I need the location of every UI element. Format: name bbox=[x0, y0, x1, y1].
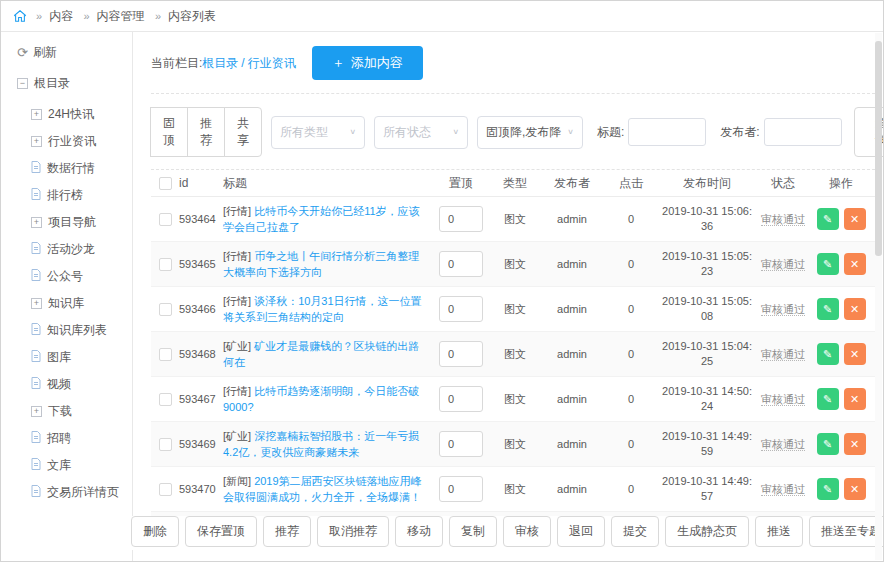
content-title-link[interactable]: 矿业才是最赚钱的？区块链的出路何在 bbox=[223, 340, 419, 368]
top-order-input[interactable] bbox=[439, 296, 483, 322]
bulk-action-button[interactable]: 生成静态页 bbox=[665, 516, 749, 547]
top-order-input[interactable] bbox=[439, 386, 483, 412]
tree-node[interactable]: 知识库列表 bbox=[17, 317, 132, 344]
delete-button[interactable]: ✕ bbox=[844, 208, 866, 230]
expand-icon[interactable]: + bbox=[31, 298, 42, 309]
tree-node[interactable]: 文库 bbox=[17, 452, 132, 479]
row-checkbox[interactable] bbox=[159, 438, 172, 451]
edit-button[interactable]: ✎ bbox=[817, 253, 839, 275]
breadcrumb-item[interactable]: 内容管理 bbox=[97, 9, 145, 23]
content-title-link[interactable]: 2019第二届西安区块链落地应用峰会取得圆满成功，火力全开，全场爆满！ bbox=[223, 475, 422, 503]
tree-node[interactable]: + 项目导航 bbox=[17, 209, 132, 236]
bulk-action-button[interactable]: 推荐 bbox=[263, 516, 311, 547]
top-order-input[interactable] bbox=[439, 431, 483, 457]
tree-node[interactable]: 活动沙龙 bbox=[17, 236, 132, 263]
tree-node[interactable]: + 下载 bbox=[17, 398, 132, 425]
top-order-input[interactable] bbox=[439, 341, 483, 367]
bulk-action-button[interactable]: 提交 bbox=[611, 516, 659, 547]
bulk-action-button[interactable]: 删除 bbox=[131, 516, 179, 547]
path-link-root[interactable]: 根目录 bbox=[202, 55, 238, 72]
delete-button[interactable]: ✕ bbox=[844, 298, 866, 320]
top-order-input[interactable] bbox=[439, 476, 483, 502]
pencil-icon: ✎ bbox=[823, 348, 832, 360]
tree-node[interactable]: 交易所详情页 bbox=[17, 479, 132, 506]
row-id: 593465 bbox=[179, 258, 223, 270]
content-title-link[interactable]: 比特币今天开始你已经11岁，应该学会自己拉盘了 bbox=[223, 205, 420, 233]
refresh-button[interactable]: ⟳ 刷新 bbox=[17, 44, 132, 61]
content-title-link[interactable]: 深挖嘉楠耘智招股书：近一年亏损4.2亿，更改供应商豪赌未来 bbox=[223, 430, 419, 458]
publisher-filter-input[interactable] bbox=[764, 118, 842, 146]
tree-node-label: 项目导航 bbox=[48, 214, 96, 231]
filter-toggle-button[interactable]: 推荐 bbox=[187, 107, 225, 157]
document-icon bbox=[31, 242, 41, 257]
edit-button[interactable]: ✎ bbox=[817, 343, 839, 365]
tree-node-label: 排行榜 bbox=[47, 187, 83, 204]
tree-node[interactable]: + 行业资讯 bbox=[17, 128, 132, 155]
expand-icon[interactable]: + bbox=[31, 109, 42, 120]
edit-button[interactable]: ✎ bbox=[817, 388, 839, 410]
tree-node-label: 行业资讯 bbox=[48, 133, 96, 150]
expand-icon[interactable]: + bbox=[31, 136, 42, 147]
delete-button[interactable]: ✕ bbox=[844, 388, 866, 410]
select-all-checkbox[interactable] bbox=[159, 177, 172, 190]
filter-select[interactable]: 所有类型 ∨ bbox=[271, 116, 365, 149]
pencil-icon: ✎ bbox=[823, 303, 832, 315]
delete-button[interactable]: ✕ bbox=[844, 343, 866, 365]
edit-button[interactable]: ✎ bbox=[817, 298, 839, 320]
path-link-category[interactable]: 行业资讯 bbox=[248, 55, 296, 72]
top-order-input[interactable] bbox=[439, 206, 483, 232]
delete-button[interactable]: ✕ bbox=[844, 478, 866, 500]
tree-node[interactable]: 图库 bbox=[17, 344, 132, 371]
edit-button[interactable]: ✎ bbox=[817, 478, 839, 500]
title-filter-input[interactable] bbox=[628, 118, 706, 146]
delete-button[interactable]: ✕ bbox=[844, 433, 866, 455]
row-checkbox[interactable] bbox=[159, 258, 172, 271]
table-row: 593464 [行情]比特币今天开始你已经11岁，应该学会自己拉盘了 图文 ad… bbox=[151, 197, 875, 242]
row-checkbox[interactable] bbox=[159, 393, 172, 406]
row-checkbox[interactable] bbox=[159, 303, 172, 316]
bulk-action-button[interactable]: 推送至专题 bbox=[809, 516, 884, 547]
table-row: 593466 [行情]谈泽秋：10月31日行情，这一位置将关系到三角结构的定向 … bbox=[151, 287, 875, 332]
home-icon[interactable] bbox=[13, 9, 27, 23]
tree-node-root[interactable]: − 根目录 bbox=[17, 75, 132, 92]
bulk-action-button[interactable]: 审核 bbox=[503, 516, 551, 547]
tree-node[interactable]: 视频 bbox=[17, 371, 132, 398]
breadcrumb-item[interactable]: 内容 bbox=[49, 9, 73, 23]
filter-select[interactable]: 固顶降,发布降 ∨ bbox=[477, 116, 583, 149]
edit-button[interactable]: ✎ bbox=[817, 433, 839, 455]
row-checkbox[interactable] bbox=[159, 483, 172, 496]
tree-node[interactable]: 数据行情 bbox=[17, 155, 132, 182]
tree-node[interactable]: + 知识库 bbox=[17, 290, 132, 317]
row-checkbox[interactable] bbox=[159, 348, 172, 361]
tree-node[interactable]: 招聘 bbox=[17, 425, 132, 452]
top-order-input[interactable] bbox=[439, 251, 483, 277]
expand-icon[interactable]: + bbox=[31, 406, 42, 417]
breadcrumb-separator-icon: » bbox=[36, 10, 42, 22]
breadcrumb-item[interactable]: 内容列表 bbox=[168, 9, 216, 23]
edit-button[interactable]: ✎ bbox=[817, 208, 839, 230]
tree-node[interactable]: 排行榜 bbox=[17, 182, 132, 209]
bulk-action-button[interactable]: 移动 bbox=[395, 516, 443, 547]
filter-toggle-button[interactable]: 共享 bbox=[224, 107, 262, 157]
bulk-action-button[interactable]: 退回 bbox=[557, 516, 605, 547]
filter-toggle-button[interactable]: 固顶 bbox=[150, 107, 188, 157]
bulk-action-button[interactable]: 复制 bbox=[449, 516, 497, 547]
bulk-action-button[interactable]: 推送 bbox=[755, 516, 803, 547]
row-status: 审核通过 bbox=[757, 302, 809, 317]
content-title-link[interactable]: 币争之地丨午间行情分析三角整理大概率向下选择方向 bbox=[223, 250, 419, 278]
row-checkbox[interactable] bbox=[159, 213, 172, 226]
tree-node[interactable]: + 24H快讯 bbox=[17, 101, 132, 128]
content-title-link[interactable]: 谈泽秋：10月31日行情，这一位置将关系到三角结构的定向 bbox=[223, 295, 422, 323]
expand-icon[interactable]: + bbox=[31, 217, 42, 228]
content-title-link[interactable]: 比特币趋势逐渐明朗，今日能否破9000? bbox=[223, 385, 419, 413]
scrollbar-thumb[interactable] bbox=[875, 41, 882, 256]
delete-button[interactable]: ✕ bbox=[844, 253, 866, 275]
bulk-action-button[interactable]: 保存置顶 bbox=[185, 516, 257, 547]
add-content-button[interactable]: ＋添加内容 bbox=[312, 46, 423, 80]
filter-select[interactable]: 所有状态 ∨ bbox=[374, 116, 468, 149]
tree-root-label: 根目录 bbox=[34, 75, 70, 92]
tree-node[interactable]: 公众号 bbox=[17, 263, 132, 290]
bulk-action-button[interactable]: 取消推荐 bbox=[317, 516, 389, 547]
collapse-icon[interactable]: − bbox=[17, 78, 28, 89]
chevron-down-icon: ∨ bbox=[567, 128, 574, 136]
